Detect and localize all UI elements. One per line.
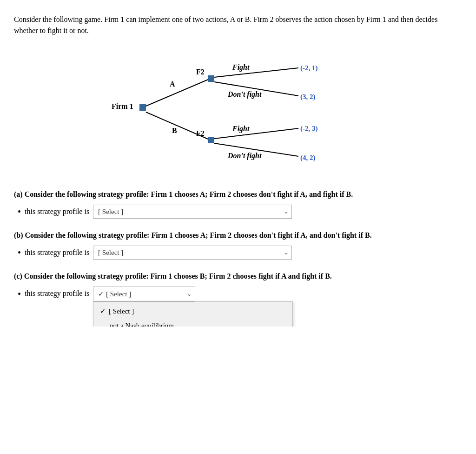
firm1-node — [139, 104, 146, 111]
fight-top-label: Fight — [232, 63, 250, 72]
f2-top-node — [208, 75, 214, 82]
f2-bottom-node — [208, 137, 214, 143]
select-c-wrapper[interactable]: ✓ [ Select ] ⌄ [ Select ] not a Nash equ… — [93, 287, 195, 301]
bullet-b-label: this strategy profile is — [25, 248, 89, 257]
section-c: (c) Consider the following strategy prof… — [14, 271, 462, 301]
select-c-display[interactable]: ✓ [ Select ] ⌄ — [93, 287, 195, 301]
dropdown-item-1[interactable]: not a Nash equilibrium — [93, 319, 292, 327]
svg-line-2 — [214, 68, 298, 77]
bullet-c-label: this strategy profile is — [25, 289, 89, 298]
section-b-text: Consider the following strategy profile:… — [25, 231, 372, 239]
dontfight-bottom-label: Don't fight — [227, 152, 262, 160]
f2-bottom-label: F2 — [196, 129, 205, 137]
section-b: (b) Consider the following strategy prof… — [14, 230, 462, 260]
select-a[interactable]: [ Select ] not a Nash equilibrium a Nash… — [93, 205, 292, 219]
section-c-bullet-row: • this strategy profile is ✓ [ Select ] … — [18, 287, 462, 301]
section-a-bullet-row: • this strategy profile is [ Select ] no… — [18, 205, 462, 219]
game-tree: Firm 1 A B F2 Fight (-2, 1) Don't fight … — [14, 46, 462, 176]
bullet-b: • — [18, 248, 21, 257]
section-a-text: Consider the following strategy profile:… — [25, 190, 353, 198]
checkmark-icon: ✓ — [98, 290, 104, 298]
section-a: (a) Consider the following strategy prof… — [14, 189, 462, 219]
node-b-label: B — [172, 127, 177, 134]
payoff-4: (4, 2) — [300, 154, 316, 162]
payoff-1: (-2, 1) — [300, 64, 318, 72]
payoff-3: (-2, 3) — [300, 125, 318, 133]
section-b-title: (b) Consider the following strategy prof… — [14, 230, 462, 241]
f2-top-label: F2 — [196, 68, 205, 76]
section-c-title: (c) Consider the following strategy prof… — [14, 271, 462, 282]
payoff-2: (3, 2) — [300, 93, 316, 101]
svg-line-0 — [146, 79, 209, 106]
intro-text: Consider the following game. Firm 1 can … — [14, 14, 462, 36]
section-a-title: (a) Consider the following strategy prof… — [14, 189, 462, 200]
node-a-label: A — [170, 80, 175, 88]
select-b-wrapper[interactable]: [ Select ] not a Nash equilibrium a Nash… — [93, 246, 292, 260]
bullet-a: • — [18, 207, 21, 216]
svg-line-4 — [214, 128, 298, 139]
dontfight-top-label: Don't fight — [227, 90, 262, 99]
fight-bottom-label: Fight — [232, 125, 250, 133]
select-b[interactable]: [ Select ] not a Nash equilibrium a Nash… — [93, 246, 292, 260]
bullet-a-label: this strategy profile is — [25, 207, 89, 216]
chevron-c-icon: ⌄ — [187, 291, 192, 298]
select-a-wrapper[interactable]: [ Select ] not a Nash equilibrium a Nash… — [93, 205, 292, 219]
section-b-bullet-row: • this strategy profile is [ Select ] no… — [18, 246, 462, 260]
dropdown-c-menu: [ Select ] not a Nash equilibrium a Nash… — [93, 301, 293, 327]
dropdown-item-0[interactable]: [ Select ] — [93, 304, 292, 319]
section-c-text: Consider the following strategy profile:… — [24, 272, 332, 280]
bullet-c: • — [18, 289, 21, 299]
select-c-value: [ Select ] — [106, 290, 131, 298]
firm1-label: Firm 1 — [112, 102, 133, 110]
